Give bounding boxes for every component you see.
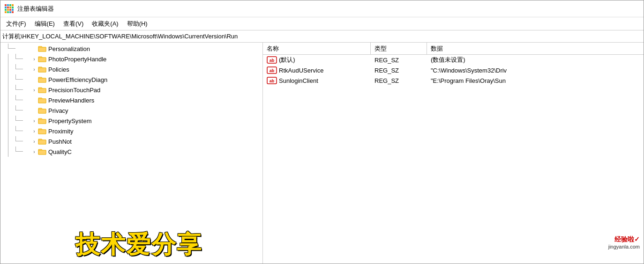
value-cell-name-1: ab RtkAudUService [263,66,371,74]
svg-text:ab: ab [270,58,275,63]
app-icon [4,4,14,14]
address-bar[interactable]: 计算机\HKEY_LOCAL_MACHINE\SOFTWARE\Microsof… [0,30,644,43]
values-body: ab (默认) REG_SZ (数值未设置) ab [263,55,644,264]
svg-text:ab: ab [270,79,275,83]
value-cell-name-0: ab (默认) [263,56,371,64]
expander-icon[interactable]: › [30,116,38,126]
menu-favorites[interactable]: 收藏夹(A) [88,18,122,29]
tree-label: PreviewHandlers [48,97,94,104]
tree-item-photopropertyhandle[interactable]: › PhotoPropertyHandle [0,54,262,64]
window-title: 注册表编辑器 [17,5,54,13]
tree-label: Personalization [48,45,90,52]
folder-icon [38,107,46,114]
expander-icon[interactable]: › [30,64,38,74]
folder-icon [38,117,46,125]
brand-url: jingyanla.com [608,244,640,249]
col-header-type[interactable]: 类型 [371,43,427,54]
menu-help[interactable]: 帮助(H) [123,18,151,29]
tree-item-policies[interactable]: › Policies [0,64,262,74]
tree-label: PowerEfficiencyDiagn [48,76,107,83]
col-header-data[interactable]: 数据 [427,43,644,54]
reg-string-icon: ab [267,66,277,74]
folder-icon [38,86,46,94]
tree-item-pushnot[interactable]: › PushNot [0,136,262,147]
tree-item-precisiontouchpad[interactable]: › PrecisionTouchPad [0,85,262,95]
tree-item-propertysystem[interactable]: › PropertySystem [0,116,262,126]
tree-item-previewhandlers[interactable]: › PreviewHandlers [0,95,262,105]
tree-label: PushNot [48,138,72,145]
watermark-overlay: 技术爱分享 [0,226,262,264]
folder-icon [38,66,46,73]
value-name-0: (默认) [279,56,295,64]
tree-label: Privacy [48,107,68,114]
value-cell-type-1: REG_SZ [371,67,427,74]
value-cell-name-2: ab SunloginClient [263,77,371,84]
watermark-text: 技术爱分享 [0,228,202,261]
expander-icon[interactable]: › [30,136,38,147]
brand-name: 经验啦✓ [608,235,640,244]
values-header: 名称 类型 数据 [263,43,644,55]
reg-string-icon: ab [267,56,277,64]
reg-string-icon: ab [267,77,277,84]
menu-view[interactable]: 查看(V) [60,18,87,29]
main-content: Personalization › PhotoPropert [0,43,644,264]
tree-item-proximity[interactable]: › Proximity [0,126,262,136]
folder-icon [38,138,46,145]
value-cell-data-2: "E:\Program Files\Oray\Sun [427,77,644,84]
tree-label: Proximity [48,128,73,135]
svg-text:ab: ab [270,68,275,73]
tree-label: PhotoPropertyHandle [48,56,106,63]
tree-item-privacy[interactable]: › Privacy [0,105,262,116]
folder-icon [38,76,46,83]
value-name-2: SunloginClient [279,77,318,84]
folder-icon [38,148,46,155]
tree-panel: Personalization › PhotoPropert [0,43,263,264]
expander-icon[interactable]: › [30,147,38,157]
value-row-sunlogin[interactable]: ab SunloginClient REG_SZ "E:\Program Fil… [263,75,644,86]
value-row-rtkaudservice[interactable]: ab RtkAudUService REG_SZ "C:\Windows\Sys… [263,65,644,75]
value-cell-type-2: REG_SZ [371,77,427,84]
tree-item-personalization[interactable]: Personalization [0,44,262,54]
menu-bar: 文件(F) 编辑(E) 查看(V) 收藏夹(A) 帮助(H) [0,17,644,30]
col-header-name[interactable]: 名称 [263,43,371,54]
tree-label: Policies [48,66,69,73]
brand-watermark: 经验啦✓ jingyanla.com [608,235,640,249]
folder-icon [38,45,46,52]
tree-item-powerefficiency[interactable]: › PowerEfficiencyDiagn [0,74,262,85]
tree-item-qualityc[interactable]: › QualityC [0,147,262,157]
tree-label: QualityC [48,148,72,155]
expander-icon[interactable]: › [30,126,38,136]
tree-label: PropertySystem [48,117,91,125]
address-path: 计算机\HKEY_LOCAL_MACHINE\SOFTWARE\Microsof… [2,32,238,41]
folder-icon [38,127,46,135]
values-panel: 名称 类型 数据 ab (默认) [263,43,644,264]
menu-edit[interactable]: 编辑(E) [31,18,59,29]
expander-icon[interactable]: › [30,85,38,95]
value-cell-data-1: "C:\Windows\System32\Driv [427,67,644,74]
value-cell-data-0: (数值未设置) [427,56,644,64]
tree-label: PrecisionTouchPad [48,87,100,94]
folder-icon [38,55,46,63]
menu-file[interactable]: 文件(F) [2,18,30,29]
value-row-default[interactable]: ab (默认) REG_SZ (数值未设置) [263,55,644,65]
folder-icon [38,96,46,104]
value-cell-type-0: REG_SZ [371,57,427,64]
expander-icon[interactable]: › [30,54,38,64]
title-bar: 注册表编辑器 [0,0,644,17]
value-name-1: RtkAudUService [279,67,323,74]
registry-editor-window: 注册表编辑器 文件(F) 编辑(E) 查看(V) 收藏夹(A) 帮助(H) 计算… [0,0,644,264]
